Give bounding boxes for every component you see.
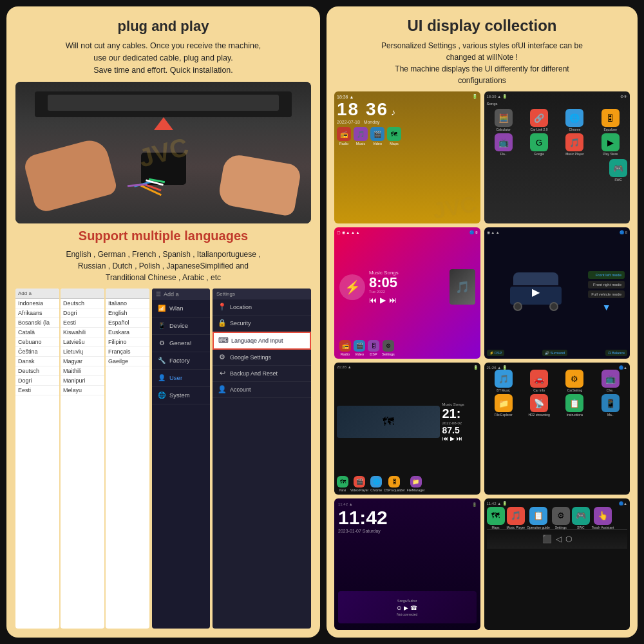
screen4-content: ▶ Front left mode Front right mode Full … bbox=[487, 234, 628, 350]
music-info: Music Songs 21: 2022-08-02 87.5 ⏮ ▶ ⏭ bbox=[442, 402, 478, 442]
full-vehicle-mode-btn[interactable]: Full vehicle mode bbox=[588, 290, 625, 298]
app-calculator: 🧮 Calculator bbox=[487, 109, 520, 131]
screen6-statusbar: 21:26 ▲ 🔋 🔵▲ bbox=[487, 365, 628, 370]
play-icon[interactable]: ▶ bbox=[380, 296, 386, 305]
lang-item: Afrikaans bbox=[15, 308, 59, 318]
screen2-statusbar: 18:39 ▲ 🔋 ⚙👁 bbox=[487, 94, 628, 99]
fla-label: Fla.. bbox=[500, 152, 507, 156]
swc-icon-8: 🎮 bbox=[572, 507, 590, 525]
settings-item-backup[interactable]: ↩ Backup And Reset bbox=[213, 366, 311, 382]
music-icon: 🎵 bbox=[354, 127, 368, 141]
lang-item: Italiano bbox=[106, 299, 149, 308]
nav-map: 🗺 bbox=[337, 406, 440, 438]
nav-back-icon[interactable]: ◁ bbox=[556, 535, 562, 544]
swc-icon: 🎮 bbox=[609, 159, 627, 177]
mini-play-icon[interactable]: ▶ bbox=[450, 435, 455, 442]
carinfo-label: Car Info bbox=[533, 388, 545, 392]
hd2-label: HD2 streaming bbox=[528, 413, 549, 417]
app-btmusic: 🎵 BT Music bbox=[487, 370, 520, 392]
screen-4-dsp-car: ◉ ▲ ▲ 🔵 8 ▶ Front left mod bbox=[484, 227, 630, 359]
screen1-date: 2022-07-18 Monday bbox=[337, 120, 478, 124]
google-icon: ⚙ bbox=[218, 353, 227, 362]
touchassistant-icon-8: 👆 bbox=[594, 507, 612, 525]
settings-item-google[interactable]: ⚙ Google Settings bbox=[213, 350, 311, 366]
screen2-bottom: 🎮 SWC bbox=[487, 159, 628, 182]
dsp-btn[interactable]: ⚡ DSP bbox=[487, 350, 505, 356]
multilang-desc: English , German , French , Spanish , It… bbox=[15, 249, 311, 283]
settings-menu-item-general[interactable]: ⚙ Genera! bbox=[152, 335, 210, 352]
settings-icon-8: ⚙ bbox=[552, 507, 570, 525]
card-play-icon[interactable]: ▶ bbox=[404, 605, 408, 611]
lang-item: Deutsch bbox=[15, 366, 59, 376]
screen3-bottom-apps: 📻 Radio 🎬 Video 🎛 DSP ⚙ Settings bbox=[337, 340, 478, 356]
app-music: 🎵 Music bbox=[354, 127, 368, 146]
front-right-mode-btn[interactable]: Front right mode bbox=[588, 281, 625, 289]
app-ma: 📱 Ma.. bbox=[594, 394, 627, 417]
next-icon[interactable]: ⏭ bbox=[389, 296, 397, 305]
calculator-icon: 🧮 bbox=[495, 109, 513, 127]
calculator-label: Calculator bbox=[496, 128, 511, 131]
app-maps-8: 🗺 Maps bbox=[487, 507, 505, 529]
app-touchassistant-8: 👆 Touch Assistant bbox=[592, 507, 614, 529]
google-label: Google Settings bbox=[230, 354, 271, 361]
clock7-display: 11:42 bbox=[338, 507, 477, 529]
globe-icon: 🌐 bbox=[157, 391, 166, 400]
surround-btn[interactable]: 🔊 Surround bbox=[542, 350, 567, 356]
music-speed: 87.5 bbox=[442, 425, 478, 435]
btmusic-label: BT Music bbox=[497, 388, 510, 392]
lang-col-1-header: Add a bbox=[15, 289, 59, 299]
settings-item-security[interactable]: 🔒 Security bbox=[213, 316, 311, 332]
settings-item-account[interactable]: 👤 Account bbox=[213, 382, 311, 398]
nav-recent-icon[interactable]: ⬡ bbox=[565, 535, 572, 544]
bt-date-display: Tue 2022 bbox=[369, 290, 446, 294]
album-art: 🎵 bbox=[450, 269, 475, 305]
settings-right-header: Settings bbox=[213, 289, 311, 299]
lang-item: Español bbox=[106, 318, 149, 328]
left-panel: plug and play Will not cut any cables. O… bbox=[6, 6, 320, 638]
car-roof bbox=[513, 272, 558, 285]
lang-item: Dansk bbox=[15, 357, 59, 366]
mini-prev-icon[interactable]: ⏮ bbox=[442, 435, 448, 442]
lang-item: Euskara bbox=[106, 328, 149, 337]
settings-item-location[interactable]: 📍 Location bbox=[213, 299, 311, 316]
nav-home-icon[interactable]: ⬛ bbox=[542, 535, 552, 544]
screen3-icons: ▢ ◉ ▲ ▲ ▲ bbox=[337, 230, 359, 234]
settings-icon-3: ⚙ bbox=[383, 340, 394, 352]
settings-item-language[interactable]: ⌨ Languaqe And Input bbox=[213, 332, 311, 350]
swc-label: SWC bbox=[614, 178, 622, 182]
dsp-bottom-controls: ⚡ DSP 🔊 Surround ⚖ Balance bbox=[487, 350, 628, 356]
bt-area: ⚡ Music Songs 8:05 Tue 2022 ⏮ ▶ ⏭ 🎵 bbox=[337, 234, 478, 341]
screen-3-bluetooth: ▢ ◉ ▲ ▲ ▲ 🔵 8 ⚡ Music Songs 8:05 Tue 202… bbox=[334, 227, 480, 359]
app-radio-3: 📻 Radio bbox=[339, 340, 351, 356]
settings-menu-item-wlan[interactable]: 📶 Wlan bbox=[152, 300, 210, 317]
maps-label: Maps bbox=[390, 142, 398, 146]
musicplayer-icon: 🎵 bbox=[565, 133, 583, 151]
settings-menu-item-user[interactable]: 👤 User bbox=[152, 370, 210, 387]
prev-icon[interactable]: ⏮ bbox=[369, 296, 377, 305]
card-prev-icon[interactable]: ⊙ bbox=[397, 605, 402, 611]
front-left-mode-btn[interactable]: Front left mode bbox=[588, 271, 625, 279]
screen1-statusbar: 18:36 ▲ 🔋 bbox=[337, 94, 478, 99]
music-card-controls[interactable]: ⊙ ▶ ☎ bbox=[397, 605, 417, 611]
mini-next-icon[interactable]: ⏭ bbox=[457, 435, 462, 442]
balance-btn[interactable]: ⚖ Balance bbox=[605, 350, 627, 356]
lang-item: Gaeilge bbox=[106, 357, 149, 366]
media-controls[interactable]: ⏮ ▶ ⏭ bbox=[369, 296, 446, 305]
settings-menu-header: ☰Add a bbox=[152, 289, 210, 300]
car-shape-container: ▶ bbox=[510, 272, 562, 311]
settings-menu-item-factory[interactable]: 🔧 Factory bbox=[152, 352, 210, 370]
security-label: Security bbox=[230, 320, 251, 327]
ui-collection-desc: Personalized Settings , various styles o… bbox=[334, 40, 630, 86]
music-mini-controls[interactable]: ⏮ ▶ ⏭ bbox=[442, 435, 478, 442]
app-chrome-5: 🌐 Chrome bbox=[370, 476, 382, 492]
equalizer-label: Equalizer bbox=[603, 128, 617, 131]
account-label: Account bbox=[230, 386, 251, 393]
carsetting-label: CarSetting bbox=[567, 388, 583, 392]
user-label: User bbox=[169, 374, 182, 381]
settings-menu-item-device[interactable]: 📱 Device bbox=[152, 317, 210, 335]
settings-menu-item-system[interactable]: 🌐 System bbox=[152, 387, 210, 404]
lang-item: Čeština bbox=[15, 347, 59, 357]
car-wheel-left bbox=[513, 302, 522, 311]
settings-label-3: Settings bbox=[382, 352, 395, 356]
card-next-icon[interactable]: ☎ bbox=[410, 605, 417, 611]
